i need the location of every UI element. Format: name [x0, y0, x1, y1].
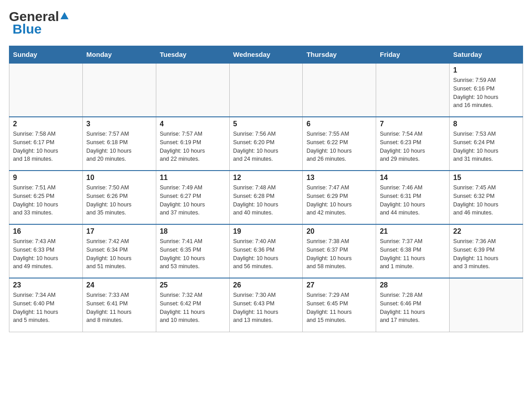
- calendar-cell: 24Sunrise: 7:33 AMSunset: 6:41 PMDayligh…: [82, 278, 156, 332]
- calendar-cell: 5Sunrise: 7:56 AMSunset: 6:20 PMDaylight…: [229, 117, 303, 171]
- week-row-4: 16Sunrise: 7:43 AMSunset: 6:33 PMDayligh…: [9, 224, 523, 278]
- day-number: 11: [160, 174, 226, 182]
- logo-triangle-icon: [60, 12, 69, 19]
- calendar-cell: [376, 63, 450, 117]
- weekday-header-wednesday: Wednesday: [229, 46, 303, 64]
- calendar-cell: 27Sunrise: 7:29 AMSunset: 6:45 PMDayligh…: [303, 278, 376, 332]
- day-number: 23: [13, 281, 79, 289]
- day-info: Sunrise: 7:36 AMSunset: 6:39 PMDaylight:…: [453, 237, 519, 271]
- calendar-cell: 28Sunrise: 7:28 AMSunset: 6:46 PMDayligh…: [376, 278, 450, 332]
- day-info: Sunrise: 7:34 AMSunset: 6:40 PMDaylight:…: [13, 291, 79, 325]
- day-info: Sunrise: 7:57 AMSunset: 6:19 PMDaylight:…: [160, 130, 226, 163]
- week-row-1: 1Sunrise: 7:59 AMSunset: 6:16 PMDaylight…: [9, 63, 523, 117]
- day-info: Sunrise: 7:43 AMSunset: 6:33 PMDaylight:…: [13, 237, 79, 271]
- day-info: Sunrise: 7:49 AMSunset: 6:27 PMDaylight:…: [160, 184, 226, 217]
- calendar-cell: 6Sunrise: 7:55 AMSunset: 6:22 PMDaylight…: [303, 117, 376, 171]
- calendar-cell: 13Sunrise: 7:47 AMSunset: 6:29 PMDayligh…: [303, 171, 376, 224]
- calendar-cell: 16Sunrise: 7:43 AMSunset: 6:33 PMDayligh…: [9, 224, 83, 278]
- week-row-5: 23Sunrise: 7:34 AMSunset: 6:40 PMDayligh…: [9, 278, 523, 332]
- day-number: 8: [453, 120, 519, 128]
- day-info: Sunrise: 7:48 AMSunset: 6:28 PMDaylight:…: [233, 184, 299, 217]
- day-number: 25: [160, 281, 226, 289]
- day-number: 7: [380, 120, 446, 128]
- day-number: 5: [233, 120, 299, 128]
- day-number: 14: [380, 174, 446, 182]
- day-info: Sunrise: 7:51 AMSunset: 6:25 PMDaylight:…: [13, 184, 79, 217]
- day-number: 18: [160, 227, 226, 235]
- page-header: General Blue: [9, 9, 523, 37]
- calendar-cell: [303, 63, 376, 117]
- day-info: Sunrise: 7:58 AMSunset: 6:17 PMDaylight:…: [13, 130, 79, 163]
- day-number: 22: [453, 227, 519, 235]
- day-info: Sunrise: 7:37 AMSunset: 6:38 PMDaylight:…: [380, 237, 446, 271]
- calendar-cell: 22Sunrise: 7:36 AMSunset: 6:39 PMDayligh…: [450, 224, 523, 278]
- day-number: 13: [306, 174, 372, 182]
- day-number: 21: [380, 227, 446, 235]
- calendar-cell: 1Sunrise: 7:59 AMSunset: 6:16 PMDaylight…: [450, 63, 523, 117]
- day-number: 17: [86, 227, 152, 235]
- day-number: 19: [233, 227, 299, 235]
- day-info: Sunrise: 7:57 AMSunset: 6:18 PMDaylight:…: [86, 130, 152, 163]
- calendar-cell: 23Sunrise: 7:34 AMSunset: 6:40 PMDayligh…: [9, 278, 83, 332]
- calendar-cell: [229, 63, 303, 117]
- calendar-cell: 17Sunrise: 7:42 AMSunset: 6:34 PMDayligh…: [82, 224, 156, 278]
- calendar-cell: [450, 278, 523, 332]
- calendar-cell: 10Sunrise: 7:50 AMSunset: 6:26 PMDayligh…: [82, 171, 156, 224]
- calendar-cell: [156, 63, 229, 117]
- calendar-cell: 4Sunrise: 7:57 AMSunset: 6:19 PMDaylight…: [156, 117, 229, 171]
- day-info: Sunrise: 7:56 AMSunset: 6:20 PMDaylight:…: [233, 130, 299, 163]
- weekday-header-monday: Monday: [82, 46, 156, 64]
- week-row-3: 9Sunrise: 7:51 AMSunset: 6:25 PMDaylight…: [9, 171, 523, 224]
- logo-blue-text: Blue: [9, 21, 42, 37]
- calendar-cell: 19Sunrise: 7:40 AMSunset: 6:36 PMDayligh…: [229, 224, 303, 278]
- day-number: 26: [233, 281, 299, 289]
- calendar-cell: 9Sunrise: 7:51 AMSunset: 6:25 PMDaylight…: [9, 171, 83, 224]
- day-number: 12: [233, 174, 299, 182]
- week-row-2: 2Sunrise: 7:58 AMSunset: 6:17 PMDaylight…: [9, 117, 523, 171]
- calendar-cell: 11Sunrise: 7:49 AMSunset: 6:27 PMDayligh…: [156, 171, 229, 224]
- day-number: 20: [306, 227, 372, 235]
- day-number: 1: [453, 66, 519, 74]
- calendar-table: SundayMondayTuesdayWednesdayThursdayFrid…: [9, 46, 523, 332]
- day-number: 9: [13, 174, 79, 182]
- calendar-cell: 3Sunrise: 7:57 AMSunset: 6:18 PMDaylight…: [82, 117, 156, 171]
- calendar-cell: 8Sunrise: 7:53 AMSunset: 6:24 PMDaylight…: [450, 117, 523, 171]
- calendar-cell: 15Sunrise: 7:45 AMSunset: 6:32 PMDayligh…: [450, 171, 523, 224]
- day-info: Sunrise: 7:59 AMSunset: 6:16 PMDaylight:…: [453, 76, 519, 110]
- day-number: 28: [380, 281, 446, 289]
- calendar-cell: 7Sunrise: 7:54 AMSunset: 6:23 PMDaylight…: [376, 117, 450, 171]
- day-number: 10: [86, 174, 152, 182]
- day-info: Sunrise: 7:38 AMSunset: 6:37 PMDaylight:…: [306, 237, 372, 271]
- weekday-header-saturday: Saturday: [450, 46, 523, 64]
- weekday-header-friday: Friday: [376, 46, 450, 64]
- day-number: 2: [13, 120, 79, 128]
- day-number: 4: [160, 120, 226, 128]
- day-info: Sunrise: 7:55 AMSunset: 6:22 PMDaylight:…: [306, 130, 372, 163]
- day-info: Sunrise: 7:46 AMSunset: 6:31 PMDaylight:…: [380, 184, 446, 217]
- day-info: Sunrise: 7:30 AMSunset: 6:43 PMDaylight:…: [233, 291, 299, 325]
- calendar-cell: 20Sunrise: 7:38 AMSunset: 6:37 PMDayligh…: [303, 224, 376, 278]
- day-number: 16: [13, 227, 79, 235]
- calendar-cell: 14Sunrise: 7:46 AMSunset: 6:31 PMDayligh…: [376, 171, 450, 224]
- calendar-cell: 26Sunrise: 7:30 AMSunset: 6:43 PMDayligh…: [229, 278, 303, 332]
- day-number: 6: [306, 120, 372, 128]
- day-info: Sunrise: 7:54 AMSunset: 6:23 PMDaylight:…: [380, 130, 446, 163]
- logo: General Blue: [9, 9, 69, 37]
- day-info: Sunrise: 7:28 AMSunset: 6:46 PMDaylight:…: [380, 291, 446, 325]
- calendar-cell: 18Sunrise: 7:41 AMSunset: 6:35 PMDayligh…: [156, 224, 229, 278]
- weekday-header-sunday: Sunday: [9, 46, 83, 64]
- day-info: Sunrise: 7:29 AMSunset: 6:45 PMDaylight:…: [306, 291, 372, 325]
- calendar-cell: 2Sunrise: 7:58 AMSunset: 6:17 PMDaylight…: [9, 117, 83, 171]
- weekday-header-tuesday: Tuesday: [156, 46, 229, 64]
- day-number: 15: [453, 174, 519, 182]
- day-info: Sunrise: 7:33 AMSunset: 6:41 PMDaylight:…: [86, 291, 152, 325]
- calendar-cell: 12Sunrise: 7:48 AMSunset: 6:28 PMDayligh…: [229, 171, 303, 224]
- calendar-cell: 25Sunrise: 7:32 AMSunset: 6:42 PMDayligh…: [156, 278, 229, 332]
- day-info: Sunrise: 7:40 AMSunset: 6:36 PMDaylight:…: [233, 237, 299, 271]
- day-info: Sunrise: 7:53 AMSunset: 6:24 PMDaylight:…: [453, 130, 519, 163]
- calendar-cell: [9, 63, 83, 117]
- day-info: Sunrise: 7:47 AMSunset: 6:29 PMDaylight:…: [306, 184, 372, 217]
- day-info: Sunrise: 7:50 AMSunset: 6:26 PMDaylight:…: [86, 184, 152, 217]
- weekday-header-row: SundayMondayTuesdayWednesdayThursdayFrid…: [9, 46, 523, 64]
- day-number: 24: [86, 281, 152, 289]
